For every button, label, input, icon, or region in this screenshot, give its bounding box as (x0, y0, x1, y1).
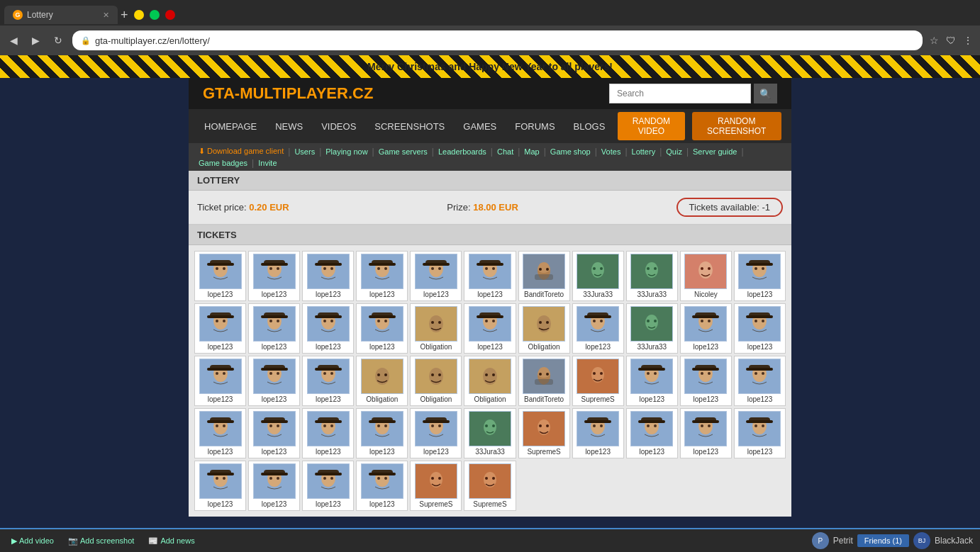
ticket-item[interactable]: lope123 (734, 303, 786, 354)
random-screenshot-button[interactable]: RANDOM SCREENSHOT (692, 112, 781, 140)
ticket-item[interactable]: lope123 (248, 303, 300, 354)
sub-nav-gamebadges[interactable]: Game badges (196, 158, 250, 168)
ticket-item[interactable]: lope123 (410, 408, 462, 458)
refresh-button[interactable]: ↻ (50, 33, 67, 47)
ticket-item[interactable]: lope123 (248, 251, 300, 301)
ticket-item[interactable]: Obligation (410, 303, 462, 354)
tab-close-button[interactable]: ✕ (103, 11, 109, 20)
sub-nav-download[interactable]: ⬇ Download game client (196, 146, 286, 157)
ticket-item[interactable]: lope123 (356, 251, 408, 301)
ticket-item[interactable]: lope123 (572, 303, 624, 354)
svg-point-209 (492, 424, 495, 427)
ticket-name: lope123 (413, 448, 459, 456)
svg-point-151 (539, 373, 542, 376)
ticket-item[interactable]: Nicoley (680, 251, 732, 301)
ticket-item[interactable]: 33Jura33 (572, 251, 624, 301)
sub-nav-serverguide[interactable]: Server guide (690, 147, 740, 157)
nav-homepage[interactable]: HOMEPAGE (196, 114, 265, 139)
sub-nav-users[interactable]: Users (291, 147, 318, 157)
svg-rect-68 (261, 315, 288, 318)
ticket-name: SupremeS (521, 448, 567, 456)
ticket-item[interactable]: Obligation (410, 356, 462, 406)
sub-nav-invite[interactable]: Invite (255, 158, 279, 168)
maximize-button[interactable] (150, 10, 160, 20)
ticket-item[interactable]: 33Jura33 (464, 408, 516, 458)
sub-nav-votes[interactable]: Votes (598, 147, 624, 157)
nav-blogs[interactable]: BLOGS (565, 114, 614, 139)
ticket-item[interactable]: lope123 (680, 356, 732, 406)
ticket-item[interactable]: SupremeS (518, 408, 570, 458)
menu-icon[interactable]: ⋮ (962, 33, 974, 47)
bookmark-icon[interactable]: ☆ (928, 33, 940, 47)
ticket-item[interactable]: SupremeS (410, 461, 462, 511)
new-tab-button[interactable]: + (121, 8, 128, 23)
add-screenshot-button[interactable]: 📷 Add screenshot (64, 534, 138, 548)
ticket-item[interactable]: lope123 (248, 408, 300, 458)
ticket-item[interactable]: lope123 (572, 408, 624, 458)
add-news-button[interactable]: 📰 Add news (144, 534, 199, 548)
ticket-item[interactable]: lope123 (194, 408, 246, 458)
ticket-name: lope123 (359, 291, 405, 298)
ticket-item[interactable]: SupremeS (464, 461, 516, 511)
search-button[interactable]: 🔍 (754, 84, 777, 103)
close-window-button[interactable] (165, 10, 175, 20)
ticket-item[interactable]: 33Jura33 (626, 251, 678, 301)
ticket-item[interactable]: lope123 (194, 461, 246, 511)
ticket-item[interactable]: lope123 (626, 408, 678, 458)
ticket-item[interactable]: lope123 (464, 251, 516, 301)
ticket-item[interactable]: Obligation (518, 303, 570, 354)
ticket-item[interactable]: BanditToreto (518, 251, 570, 301)
add-video-button[interactable]: ▶ Add video (7, 534, 58, 548)
forward-button[interactable]: ▶ (28, 33, 44, 47)
ticket-item[interactable]: lope123 (734, 356, 786, 406)
active-tab[interactable]: G Lottery ✕ (4, 6, 118, 24)
sub-nav-playing[interactable]: Playing now (323, 147, 370, 157)
nav-screenshots[interactable]: SCREENSHOTS (366, 114, 453, 139)
ticket-item[interactable]: lope123 (680, 408, 732, 458)
ticket-item[interactable]: Obligation (464, 356, 516, 406)
sub-nav-quiz[interactable]: Quiz (663, 147, 685, 157)
ticket-item[interactable]: lope123 (356, 461, 408, 511)
ticket-item[interactable]: Obligation (356, 356, 408, 406)
ticket-item[interactable]: lope123 (248, 461, 300, 511)
ticket-name: lope123 (305, 395, 351, 403)
ticket-item[interactable]: lope123 (410, 251, 462, 301)
ticket-item[interactable]: lope123 (194, 356, 246, 406)
ticket-item[interactable]: lope123 (356, 303, 408, 354)
nav-videos[interactable]: VIDEOS (313, 114, 364, 139)
ticket-item[interactable]: lope123 (302, 303, 354, 354)
minimize-button[interactable] (134, 10, 144, 20)
search-input[interactable] (609, 84, 751, 103)
sub-nav-lottery[interactable]: Lottery (629, 147, 659, 157)
ticket-item[interactable]: lope123 (734, 251, 786, 301)
ticket-item[interactable]: lope123 (194, 303, 246, 354)
ticket-item[interactable]: lope123 (302, 408, 354, 458)
back-button[interactable]: ◀ (6, 33, 22, 47)
ticket-item[interactable]: lope123 (248, 356, 300, 406)
sub-nav-gameservers[interactable]: Game servers (376, 147, 430, 157)
address-bar[interactable]: 🔒 gta-multiplayer.cz/en/lottery/ (72, 30, 923, 50)
svg-rect-253 (315, 473, 342, 475)
sub-nav-gameshop[interactable]: Game shop (547, 147, 594, 157)
ticket-item[interactable]: lope123 (302, 251, 354, 301)
random-video-button[interactable]: RANDOM VIDEO (618, 112, 684, 140)
ticket-item[interactable]: lope123 (626, 356, 678, 406)
friends-button[interactable]: Friends (1) (857, 534, 909, 547)
sub-nav-leaderboards[interactable]: Leaderboards (435, 147, 489, 157)
ticket-item[interactable]: lope123 (194, 251, 246, 301)
nav-news[interactable]: NEWS (267, 114, 311, 139)
ticket-item[interactable]: 33Jura33 (626, 303, 678, 354)
ticket-item[interactable]: lope123 (356, 408, 408, 458)
ticket-item[interactable]: lope123 (302, 461, 354, 511)
ticket-item[interactable]: lope123 (464, 303, 516, 354)
ticket-item[interactable]: lope123 (680, 303, 732, 354)
nav-games[interactable]: GAMES (455, 114, 505, 139)
sub-nav-chat[interactable]: Chat (494, 147, 516, 157)
sub-nav-map[interactable]: Map (521, 147, 542, 157)
ticket-item[interactable]: SupremeS (572, 356, 624, 406)
nav-forums[interactable]: FORUMS (506, 114, 563, 139)
ticket-item[interactable]: lope123 (302, 356, 354, 406)
ticket-item[interactable]: BanditToreto (518, 356, 570, 406)
ticket-item[interactable]: lope123 (734, 408, 786, 458)
ticket-name: lope123 (197, 291, 243, 298)
